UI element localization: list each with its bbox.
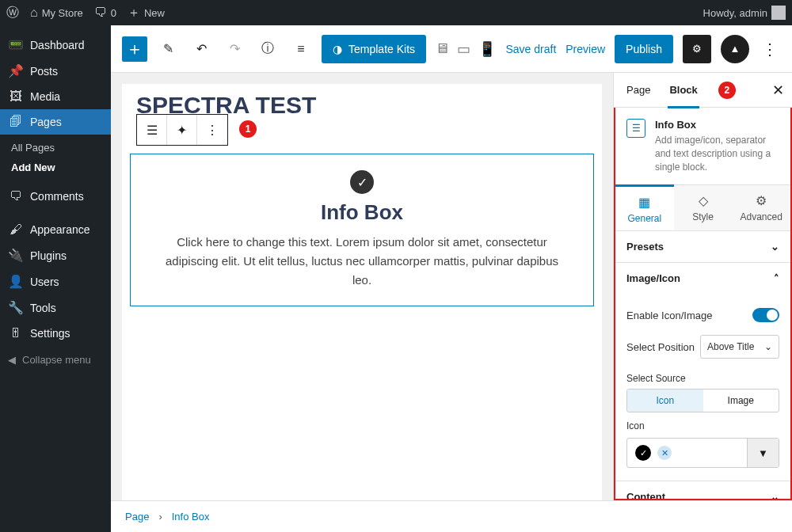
tab-page[interactable]: Page [625,73,652,108]
block-style-button[interactable]: ✦ [167,115,197,145]
pages-icon: 🗐 [8,115,24,129]
outline-button[interactable]: ≡ [288,36,314,62]
general-icon: ▦ [615,195,674,210]
menu-tools[interactable]: 🔧Tools [0,294,111,321]
menu-settings[interactable]: 🎚Settings [0,321,111,346]
block-description: Add image/icon, separator and text descr… [655,134,779,173]
editor-canvas[interactable]: SPECTRA TEST ☰ ✦ ⋮ 1 ✓ Info Box Click he… [122,84,602,500]
site-link[interactable]: ⌂My Store [30,6,83,20]
ctl-tab-general[interactable]: ▦General [615,184,674,230]
block-toolbar: ☰ ✦ ⋮ [136,114,228,146]
astra-button[interactable]: ▲ [721,35,749,63]
source-label: Select Source [626,373,779,384]
publish-button[interactable]: Publish [615,35,673,63]
preview-link[interactable]: Preview [565,43,605,55]
clear-icon-button[interactable]: ✕ [657,446,672,460]
icon-label: Icon [626,420,779,431]
sliders-icon: 🎚 [8,326,24,340]
enable-icon-label: Enable Icon/Image [626,310,712,321]
admin-sidebar: 📟Dashboard 📌Posts 🖾Media 🗐Pages All Page… [0,25,111,532]
info-button[interactable]: ⓘ [255,36,280,62]
section-content: Content⌄ [615,481,790,500]
menu-pages[interactable]: 🗐Pages [0,109,111,135]
triangle-down-icon: ▼ [758,447,768,459]
menu-media[interactable]: 🖾Media [0,84,111,109]
section-content-toggle[interactable]: Content⌄ [615,481,790,500]
menu-comments[interactable]: 🗨Comments [0,184,111,209]
template-kits-button[interactable]: ◑Template Kits [322,35,426,63]
chevron-down-icon: ⌄ [771,241,779,253]
chevron-down-icon: ⌄ [771,491,779,500]
menu-plugins[interactable]: 🔌Plugins [0,242,111,268]
icon-picker-dropdown[interactable]: ▼ [747,439,779,467]
editor-toolbar: ＋ ✎ ↶ ↷ ⓘ ≡ ◑Template Kits 🖥 ▭ 📱 Save dr… [111,25,792,73]
source-image-option[interactable]: Image [703,390,779,412]
section-image-icon-toggle[interactable]: Image/Icon˄ [615,263,790,294]
device-switcher: 🖥 ▭ 📱 [435,40,496,58]
source-icon-option[interactable]: Icon [627,390,703,412]
edit-mode-button[interactable]: ✎ [155,36,181,62]
annotation-1: 1 [239,120,257,138]
wp-logo[interactable]: ⓦ [6,5,19,21]
selected-icon-preview: ✓ [635,445,651,461]
block-type-button[interactable]: ☰ [137,115,167,145]
position-select[interactable]: Above Title⌄ [700,335,779,359]
breadcrumb-leaf[interactable]: Info Box [172,511,210,522]
infobox-description[interactable]: Click here to change this text. Lorem ip… [154,233,569,290]
control-tabs: ▦General ◇Style ⚙Advanced [615,185,790,231]
submenu-all-pages[interactable]: All Pages [11,138,111,158]
ctl-tab-advanced[interactable]: ⚙Advanced [732,185,790,230]
comments-link[interactable]: 🗨0 [94,6,116,20]
check-circle-icon: ✓ [350,170,374,194]
block-name: Info Box [655,119,779,131]
avatar [771,6,786,20]
breadcrumb-separator: › [158,511,162,522]
close-settings-button[interactable]: ✕ [772,82,784,99]
chevron-up-icon: ˄ [774,272,779,284]
plug-icon: 🔌 [8,248,24,263]
undo-button[interactable]: ↶ [188,36,214,62]
breadcrumb: Page › Info Box [111,500,792,532]
settings-panel: Page Block 2 ✕ ☰ Info Box Add image/icon… [613,73,792,500]
howdy-link[interactable]: Howdy, admin [703,6,786,20]
collapse-icon: ◀ [8,354,16,366]
menu-users[interactable]: 👤Users [0,268,111,294]
icon-picker: ✓ ✕ ▼ [626,438,779,468]
collapse-menu[interactable]: ◀Collapse menu [0,346,111,374]
comment-icon: 🗨 [8,189,24,203]
enable-icon-toggle[interactable] [752,308,779,322]
section-presets-toggle[interactable]: Presets⌄ [615,231,790,262]
position-label: Select Position [626,341,695,353]
menu-appearance[interactable]: 🖌Appearance [0,217,111,242]
settings-gear-button[interactable]: ⚙ [683,35,711,63]
pin-icon: 📌 [8,63,24,78]
advanced-icon: ⚙ [732,193,790,208]
admin-bar: ⓦ ⌂My Store 🗨0 ＋New Howdy, admin [0,0,792,25]
user-icon: 👤 [8,274,24,289]
infobox-heading[interactable]: Info Box [154,200,569,225]
gear-icon: ⚙ [692,43,702,55]
menu-dashboard[interactable]: 📟Dashboard [0,32,111,58]
more-menu[interactable]: ⋮ [759,40,781,59]
tab-block[interactable]: Block [668,73,699,108]
block-identity: ☰ Info Box Add image/icon, separator and… [615,108,790,185]
submenu-add-new[interactable]: Add New [11,158,111,177]
settings-tabs: Page Block 2 ✕ [614,73,792,108]
block-more-button[interactable]: ⋮ [197,115,227,145]
new-link[interactable]: ＋New [128,5,165,21]
dashboard-icon: 📟 [8,37,24,52]
add-block-button[interactable]: ＋ [122,36,147,62]
breadcrumb-root[interactable]: Page [125,511,149,522]
desktop-icon[interactable]: 🖥 [435,40,449,58]
editor: ＋ ✎ ↶ ↷ ⓘ ≡ ◑Template Kits 🖥 ▭ 📱 Save dr… [111,25,792,532]
menu-posts[interactable]: 📌Posts [0,58,111,84]
astra-icon: ▲ [730,43,741,55]
mobile-icon[interactable]: 📱 [478,40,496,58]
ctl-tab-style[interactable]: ◇Style [674,185,733,230]
tablet-icon[interactable]: ▭ [457,40,470,58]
style-icon: ◇ [674,193,733,208]
section-image-icon: Image/Icon˄ Enable Icon/Image Select Pos… [615,263,790,481]
redo-button[interactable]: ↷ [222,36,247,62]
save-draft-link[interactable]: Save draft [505,43,556,55]
infobox-block[interactable]: ✓ Info Box Click here to change this tex… [130,154,594,306]
